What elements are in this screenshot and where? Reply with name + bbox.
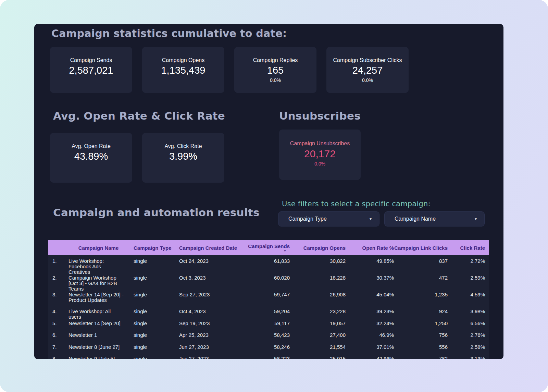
- stat-card-percent: 0.0%: [362, 77, 373, 83]
- stat-card-campaign-opens: Campaign Opens 1,135,439: [142, 47, 224, 93]
- stat-card-campaign-sends: Campaign Sends 2,587,021: [50, 47, 132, 93]
- stat-card-percent: 0.0%: [270, 77, 281, 83]
- cell-campaign-type: single: [130, 341, 175, 353]
- cell-click-rate: 6.56%: [448, 318, 489, 330]
- cell-campaign-sends: 59,117: [241, 318, 290, 330]
- stat-card-value: 165: [267, 65, 284, 76]
- cell-created-date: Sep 27, 2023: [175, 289, 241, 306]
- row-number: 8.: [48, 353, 67, 359]
- cell-link-clicks: 756: [394, 329, 448, 341]
- col-header-created-date[interactable]: Campaign Created Date: [175, 245, 241, 251]
- stat-card-value: 2,587,021: [69, 65, 113, 76]
- section-title-rates: Avg. Open Rate & Click Rate: [53, 110, 225, 122]
- table-row: 8. Newsletter 9 [July 5] single Jun 27, …: [48, 353, 489, 359]
- cell-click-rate: 2.76%: [448, 329, 489, 341]
- dashboard-panel: Campaign statistics cumulative to date: …: [34, 24, 503, 359]
- col-header-open-rate[interactable]: Open Rate %: [346, 245, 394, 251]
- stat-card-label: Campaign Sends: [70, 57, 112, 63]
- unsubscribes-card-value: 20,172: [304, 148, 336, 160]
- col-header-campaign-type[interactable]: Campaign Type: [130, 245, 175, 251]
- campaign-name-filter-label: Campaign Name: [395, 216, 436, 222]
- cell-campaign-opens: 26,908: [290, 289, 346, 306]
- cell-open-rate: 32.24%: [346, 318, 394, 330]
- cell-campaign-sends: 58,223: [241, 353, 290, 359]
- page-background: Campaign statistics cumulative to date: …: [0, 0, 548, 392]
- cell-created-date: Jun 27, 2023: [175, 353, 241, 359]
- col-header-campaign-name[interactable]: Campaign Name: [67, 245, 130, 251]
- sort-desc-icon: ▼: [284, 250, 286, 253]
- stat-card-value: 1,135,439: [161, 65, 205, 76]
- cell-created-date: Sep 19, 2023: [175, 318, 241, 330]
- cell-link-clicks: 1,235: [394, 289, 448, 306]
- row-number: 3.: [48, 289, 67, 306]
- table-row: 5. Newsletter 14 [Sep 20] single Sep 19,…: [48, 318, 489, 330]
- campaign-type-filter[interactable]: Campaign Type ▾: [278, 211, 379, 226]
- results-table: Campaign Name Campaign Type Campaign Cre…: [48, 240, 489, 359]
- cell-campaign-opens: 21,554: [290, 341, 346, 353]
- cell-campaign-sends: 58,246: [241, 341, 290, 353]
- cell-open-rate: 45.04%: [346, 289, 394, 306]
- stat-card-label: Campaign Opens: [162, 57, 205, 63]
- cell-open-rate: 37.01%: [346, 341, 394, 353]
- chevron-down-icon: ▾: [475, 217, 477, 221]
- cell-open-rate: 42.96%: [346, 353, 394, 359]
- unsubscribes-card-label: Campaign Unsubscribes: [290, 140, 350, 147]
- cell-campaign-sends: 58,423: [241, 329, 290, 341]
- rate-cards-row: Avg. Open Rate 43.89% Avg. Click Rate 3.…: [50, 133, 224, 183]
- table-header-row: Campaign Name Campaign Type Campaign Cre…: [48, 240, 489, 255]
- cell-campaign-opens: 19,057: [290, 318, 346, 330]
- col-header-click-rate[interactable]: Click Rate: [448, 245, 489, 251]
- unsubscribes-card-percent: 0.0%: [314, 161, 325, 167]
- cell-created-date: Jun 27, 2023: [175, 341, 241, 353]
- unsubscribes-card: Campaign Unsubscribes 20,172 0.0%: [279, 130, 361, 180]
- filter-hint: Use filters to select a specific campaig…: [282, 200, 431, 208]
- cell-link-clicks: 782: [394, 353, 448, 359]
- filters-row: Campaign Type ▾ Campaign Name ▾: [278, 211, 485, 226]
- cell-campaign-name: Newsletter 14 [Sep 20]: [67, 318, 130, 330]
- rate-card-label: Avg. Open Rate: [72, 143, 111, 149]
- cell-campaign-type: single: [130, 289, 175, 306]
- cell-campaign-name: Newsletter 14 [Sep 20] - Product Updates: [67, 289, 130, 306]
- campaign-type-filter-label: Campaign Type: [288, 216, 327, 222]
- page-title: Campaign statistics cumulative to date:: [51, 27, 287, 39]
- rate-card-value: 3.99%: [169, 151, 197, 162]
- row-number: 5.: [48, 318, 67, 330]
- cell-click-rate: 2.58%: [448, 341, 489, 353]
- chevron-down-icon: ▾: [370, 217, 372, 221]
- cell-campaign-sends: 59,747: [241, 289, 290, 306]
- rate-card-label: Avg. Click Rate: [164, 143, 202, 149]
- rate-card-click-rate: Avg. Click Rate 3.99%: [142, 133, 224, 183]
- col-header-link-clicks[interactable]: Campaign Link Clicks: [394, 245, 448, 251]
- col-header-campaign-sends-label: Campaign Sends: [248, 243, 290, 249]
- rate-card-value: 43.89%: [74, 151, 108, 162]
- cell-campaign-name: Newsletter 9 [July 5]: [67, 353, 130, 359]
- stat-card-label: Campaign Replies: [253, 57, 298, 63]
- cell-campaign-name: Newsletter 1: [67, 329, 130, 341]
- section-title-results: Campaign and automation results: [53, 206, 260, 219]
- table-row: 4. Live Workshop: All users single Oct 4…: [48, 306, 489, 318]
- cell-link-clicks: 1,250: [394, 318, 448, 330]
- cell-open-rate: 46.9%: [346, 329, 394, 341]
- table-row: 7. Newsletter 8 [June 27] single Jun 27,…: [48, 341, 489, 353]
- cell-link-clicks: 556: [394, 341, 448, 353]
- cell-campaign-type: single: [130, 353, 175, 359]
- table-row: 1. Live Workshop: Facebook Ads Creatives…: [48, 255, 489, 272]
- cell-campaign-opens: 25,015: [290, 353, 346, 359]
- cell-campaign-name: Newsletter 8 [June 27]: [67, 341, 130, 353]
- section-title-unsubscribes: Unsubscribes: [279, 110, 361, 122]
- cell-created-date: Apr 25, 2023: [175, 329, 241, 341]
- table-row: 2. Campaign Workshop [Oct 3] - GA4 for B…: [48, 272, 489, 289]
- rate-card-open-rate: Avg. Open Rate 43.89%: [50, 133, 132, 183]
- stat-card-label: Campaign Subscriber Clicks: [333, 57, 402, 63]
- stat-card-subscriber-clicks: Campaign Subscriber Clicks 24,257 0.0%: [326, 47, 409, 93]
- cell-campaign-type: single: [130, 318, 175, 330]
- col-header-campaign-sends[interactable]: Campaign Sends ▼: [241, 243, 290, 253]
- cell-click-rate: 3.13%: [448, 353, 489, 359]
- table-row: 6. Newsletter 1 single Apr 25, 2023 58,4…: [48, 329, 489, 341]
- stat-card-campaign-replies: Campaign Replies 165 0.0%: [234, 47, 316, 93]
- col-header-campaign-opens[interactable]: Campaign Opens: [290, 245, 346, 251]
- row-number: 6.: [48, 329, 67, 341]
- stat-card-value: 24,257: [352, 65, 383, 76]
- cell-campaign-opens: 27,400: [290, 329, 346, 341]
- campaign-name-filter[interactable]: Campaign Name ▾: [384, 211, 485, 226]
